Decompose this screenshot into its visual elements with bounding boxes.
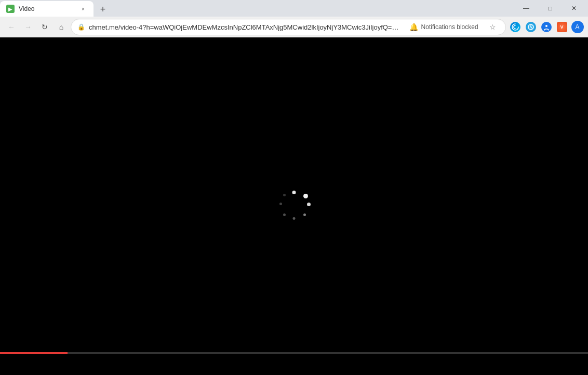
spinner-dot-2 [303,194,308,198]
progress-bar-fill [0,352,68,354]
loading-spinner [278,191,310,222]
back-button[interactable]: ← [4,20,19,34]
profile-icon: A [571,21,584,33]
tab-strip: ▶ Video × + [0,0,514,17]
progress-bar-container[interactable] [0,352,588,354]
profile-button[interactable]: A [570,20,585,34]
star-icon: ☆ [489,23,496,31]
active-tab[interactable]: ▶ Video × [0,1,93,17]
edge-icon [510,22,520,32]
svg-point-3 [545,25,547,27]
notifications-blocked-text: Notifications blocked [421,23,478,31]
refresh-button[interactable]: ↻ [37,20,52,34]
tab-label: Video [19,5,75,12]
new-tab-button[interactable]: + [96,2,110,17]
close-button[interactable]: ✕ [562,0,586,17]
extension-3-button[interactable]: V [555,20,569,34]
url-text: chmet.me/video-4?h=waWQiOjEwMDEwMzcsInNp… [89,23,401,31]
title-bar: ▶ Video × + — □ ✕ [0,0,588,17]
maximize-button[interactable]: □ [538,0,562,17]
refresh-icon: ↻ [42,23,48,31]
minimize-button[interactable]: — [514,0,538,17]
spinner-dot-5 [293,217,296,220]
bell-blocked-icon: 🔔 [409,23,418,31]
nav-bar: ← → ↻ ⌂ 🔒 chmet.me/video-4?h=waWQiOjEwMD… [0,17,588,37]
window-controls: — □ ✕ [514,0,588,17]
bookmark-button[interactable]: ☆ [487,21,499,33]
extension-2-icon [541,22,552,32]
video-player[interactable] [0,37,588,375]
back-icon: ← [8,23,15,31]
notifications-blocked-indicator[interactable]: 🔔 Notifications blocked [405,21,483,33]
spinner-dot-8 [283,194,286,196]
extension-1-icon [526,22,536,32]
address-bar[interactable]: 🔒 chmet.me/video-4?h=waWQiOjEwMDEwMzcsIn… [71,19,506,35]
tab-favicon: ▶ [6,5,15,13]
menu-button[interactable]: ⋮ [586,20,588,34]
extension-3-icon: V [557,22,567,32]
home-icon: ⌂ [59,23,63,31]
tab-close-button[interactable]: × [79,5,87,13]
svg-text:▶: ▶ [8,6,12,12]
spinner-dot-6 [283,213,286,216]
spinner-dot-7 [279,203,282,205]
spinner-dot-4 [303,213,306,216]
forward-button[interactable]: → [21,20,35,34]
extension-2-button[interactable] [539,20,554,34]
edge-copilot-button[interactable] [508,20,523,34]
forward-icon: → [24,23,32,31]
toolbar-icons: V A ⋮ [508,20,588,34]
spinner-dot-1 [292,191,296,194]
lock-icon: 🔒 [77,23,85,31]
extension-1-button[interactable] [524,20,538,34]
spinner-dot-3 [307,203,311,206]
home-button[interactable]: ⌂ [54,20,69,34]
